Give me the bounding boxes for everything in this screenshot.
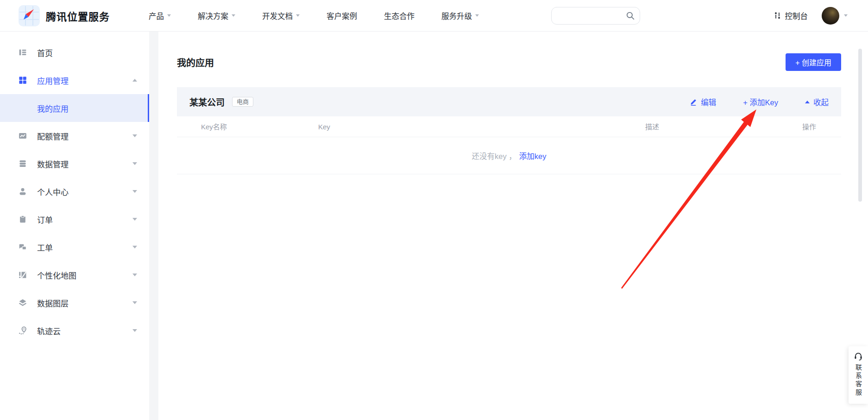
- sidebar-item-label: 数据管理: [37, 158, 69, 170]
- app-tag-badge: 电商: [232, 97, 253, 107]
- tencent-location-console-page: 腾讯位置服务 产品解决方案开发文档客户案例生态合作服务升级 控制台: [0, 0, 868, 420]
- sidebar-item-orders[interactable]: 订单: [0, 205, 149, 233]
- sidebar-item-label: 个性化地图: [37, 269, 76, 281]
- brand-title: 腾讯位置服务: [46, 8, 110, 23]
- page-scrollbar[interactable]: [858, 49, 862, 202]
- avatar[interactable]: [822, 7, 839, 25]
- sidebar-item-label: 个人中心: [37, 186, 69, 197]
- nav-item-label: 客户案例: [327, 10, 357, 21]
- chevron-down-icon: [232, 14, 235, 17]
- nav-docs[interactable]: 开发文档: [262, 10, 300, 21]
- sidebar-item-label: 配额管理: [37, 130, 69, 142]
- list-icon: [19, 48, 27, 57]
- sidebar-item-personal-center[interactable]: 个人中心: [0, 178, 149, 205]
- chat-icon: [19, 243, 27, 251]
- sidebar-item-label: 工单: [37, 242, 53, 253]
- sidebar-item-label: 轨迹云: [37, 325, 61, 337]
- sidebar-item-label: 订单: [37, 214, 53, 225]
- chevron-down-icon: [844, 14, 848, 17]
- sidebar-item-label: 首页: [37, 47, 53, 58]
- search-icon[interactable]: [626, 11, 635, 20]
- sidebar-item-home[interactable]: 首页: [0, 38, 149, 66]
- chevron-down-icon: [132, 190, 137, 193]
- empty-state-text: 还没有key ，: [472, 150, 516, 161]
- database-icon: [19, 159, 27, 168]
- key-table-header: Key名称Key描述操作: [177, 116, 841, 137]
- sidebar-item-label: 应用管理: [37, 75, 69, 86]
- chevron-down-icon: [132, 301, 137, 304]
- app-card-actions: 编辑 + 添加Key 收起: [690, 96, 829, 108]
- chevron-down-icon: [132, 246, 137, 248]
- page-title: 我的应用: [177, 56, 214, 69]
- add-key-link[interactable]: + 添加Key: [743, 96, 778, 108]
- add-key-inline-link[interactable]: 添加key: [519, 150, 547, 161]
- console-link[interactable]: 控制台: [774, 10, 808, 21]
- grid-icon: [19, 76, 27, 84]
- chevron-down-icon: [132, 218, 137, 221]
- brand-logo-icon[interactable]: [19, 5, 40, 26]
- console-label: 控制台: [785, 10, 808, 21]
- nav-item-label: 开发文档: [262, 10, 293, 21]
- nav-products[interactable]: 产品: [149, 10, 171, 21]
- chart-icon: [19, 132, 27, 140]
- nav-item-label: 产品: [149, 10, 164, 21]
- sidebar-item-custom-map[interactable]: 个性化地图: [0, 261, 149, 289]
- main-content: 我的应用 + 创建应用 某某公司 电商 编辑: [158, 32, 868, 420]
- user-menu[interactable]: [822, 7, 848, 25]
- table-header-3: 操作: [802, 116, 816, 137]
- contact-support-label: 联系客服: [854, 364, 863, 397]
- sidebar-subitem-label: 我的应用: [37, 102, 69, 114]
- sidebar-item-data-management[interactable]: 数据管理: [0, 150, 149, 178]
- collapse-card-link[interactable]: 收起: [805, 96, 829, 108]
- search-box: [551, 7, 640, 25]
- nav-cases[interactable]: 客户案例: [327, 10, 357, 21]
- app-card-header: 某某公司 电商 编辑 + 添加Key: [177, 87, 841, 116]
- user-icon: [19, 187, 27, 196]
- sidebar-item-my-apps[interactable]: 我的应用: [0, 94, 149, 122]
- edit-app-link[interactable]: 编辑: [690, 96, 716, 108]
- nav-upgrade[interactable]: 服务升级: [441, 10, 479, 21]
- headset-icon: [854, 351, 863, 361]
- sidebar-item-track-cloud[interactable]: 轨迹云: [0, 317, 149, 344]
- chevron-down-icon: [167, 14, 171, 17]
- app-name: 某某公司: [189, 95, 225, 108]
- layers-icon: [19, 299, 27, 307]
- chevron-down-icon: [132, 134, 137, 137]
- table-header-1: Key: [318, 116, 330, 137]
- map-icon: [19, 271, 27, 279]
- topbar: 腾讯位置服务 产品解决方案开发文档客户案例生态合作服务升级 控制台: [0, 0, 868, 32]
- sidebar: 首页应用管理我的应用配额管理数据管理个人中心订单工单个性化地图数据图层轨迹云: [0, 32, 149, 420]
- nav-item-label: 生态合作: [384, 10, 415, 21]
- chevron-up-icon: [805, 101, 810, 103]
- sidebar-gutter: [149, 32, 158, 420]
- sidebar-item-quota[interactable]: 配额管理: [0, 122, 149, 150]
- create-app-button[interactable]: + 创建应用: [786, 53, 841, 71]
- nav-item-label: 服务升级: [441, 10, 472, 21]
- chevron-down-icon: [132, 329, 137, 332]
- app-card: 某某公司 电商 编辑 + 添加Key: [177, 87, 841, 174]
- sliders-icon: [774, 12, 781, 19]
- key-table-empty-row: 还没有key ， 添加key: [177, 137, 841, 174]
- top-navigation: 产品解决方案开发文档客户案例生态合作服务升级: [149, 10, 479, 21]
- sidebar-item-app-management[interactable]: 应用管理: [0, 66, 149, 94]
- contact-support-button[interactable]: 联系客服: [849, 346, 868, 404]
- chevron-down-icon: [132, 162, 137, 165]
- pin-icon: [19, 326, 27, 335]
- sidebar-item-tickets[interactable]: 工单: [0, 233, 149, 261]
- chevron-down-icon: [296, 14, 300, 17]
- chevron-down-icon: [132, 274, 137, 276]
- chevron-down-icon: [475, 14, 479, 17]
- clipboard-icon: [19, 215, 27, 223]
- nav-item-label: 解决方案: [198, 10, 228, 21]
- sidebar-item-data-layers[interactable]: 数据图层: [0, 289, 149, 317]
- table-header-0: Key名称: [201, 116, 227, 137]
- pencil-icon: [690, 98, 697, 106]
- nav-solutions[interactable]: 解决方案: [198, 10, 235, 21]
- nav-ecosystem[interactable]: 生态合作: [384, 10, 415, 21]
- sidebar-item-label: 数据图层: [37, 297, 69, 309]
- chevron-up-icon: [132, 79, 137, 82]
- table-header-2: 描述: [645, 116, 659, 137]
